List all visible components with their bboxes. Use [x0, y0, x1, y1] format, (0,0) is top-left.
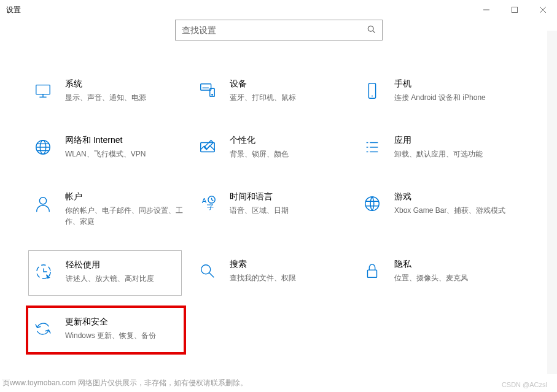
svg-text:A: A: [202, 197, 207, 204]
footer-note: 页www.toymoban.com 网络图片仅供展示，非存储，如有侵权请联系删除…: [2, 378, 247, 388]
tile-title: 系统: [65, 79, 146, 90]
tile-phone[interactable]: 手机连接 Android 设备和 iPhone: [361, 79, 515, 103]
tile-sub: 连接 Android 设备和 iPhone: [394, 92, 486, 103]
watermark: CSDN @ACzsl: [502, 381, 547, 388]
tile-title: 网络和 Internet: [65, 135, 146, 146]
svg-point-14: [372, 96, 373, 97]
person-icon: [32, 193, 54, 215]
svg-line-32: [212, 199, 214, 201]
tile-title: 搜索: [230, 259, 296, 270]
svg-line-5: [373, 31, 375, 33]
globe-icon: [32, 136, 54, 158]
personalization-icon: [197, 136, 219, 158]
tile-accounts[interactable]: 帐户你的帐户、电子邮件、同步设置、工作、家庭: [32, 191, 185, 227]
tile-sub: WLAN、飞行模式、VPN: [65, 148, 146, 159]
tile-sub: Xbox Game Bar、捕获、游戏模式: [394, 205, 505, 216]
svg-point-11: [212, 94, 213, 96]
tile-title: 更新和安全: [65, 317, 156, 328]
tile-system[interactable]: 系统显示、声音、通知、电源: [32, 79, 185, 103]
tile-title: 手机: [394, 79, 486, 90]
category-grid: 系统显示、声音、通知、电源 设备蓝牙、打印机、鼠标 手机连接 Android 设…: [32, 79, 545, 341]
tile-title: 时间和语言: [230, 191, 289, 202]
tile-privacy[interactable]: 隐私位置、摄像头、麦克风: [361, 259, 515, 285]
tile-sub: 蓝牙、打印机、鼠标: [230, 92, 296, 103]
search-icon: [367, 25, 376, 36]
time-language-icon: A字: [197, 193, 219, 215]
tile-title: 个性化: [230, 135, 289, 146]
devices-icon: [197, 80, 219, 102]
ease-of-access-icon: [33, 261, 55, 283]
phone-icon: [361, 80, 383, 102]
settings-home: 系统显示、声音、通知、电源 设备蓝牙、打印机、鼠标 手机连接 Android 设…: [0, 48, 557, 353]
tile-sub: 背景、锁屏、颜色: [230, 148, 289, 159]
tile-apps[interactable]: 应用卸载、默认应用、可选功能: [361, 135, 515, 159]
apps-icon: [361, 136, 383, 158]
tile-gaming[interactable]: 游戏Xbox Game Bar、捕获、游戏模式: [361, 191, 515, 227]
tile-personalization[interactable]: 个性化背景、锁屏、颜色: [197, 135, 350, 159]
tile-title: 帐户: [65, 191, 185, 202]
tile-search[interactable]: 搜索查找我的文件、权限: [197, 259, 350, 285]
tile-sub: 你的帐户、电子邮件、同步设置、工作、家庭: [65, 205, 185, 227]
tile-sub: 语音、区域、日期: [230, 205, 289, 216]
svg-point-27: [39, 198, 46, 204]
tile-update-security[interactable]: 更新和安全Windows 更新、恢复、备份: [26, 306, 186, 355]
minimize-button[interactable]: [472, 0, 501, 20]
tile-network[interactable]: 网络和 InternetWLAN、飞行模式、VPN: [32, 135, 185, 159]
tile-title: 隐私: [394, 259, 468, 270]
svg-line-36: [209, 273, 214, 278]
tile-ease-of-access[interactable]: 轻松使用讲述人、放大镜、高对比度: [28, 250, 182, 296]
scrollbar[interactable]: [547, 31, 557, 374]
close-button[interactable]: [529, 0, 557, 20]
search-category-icon: [197, 260, 219, 282]
svg-text:字: 字: [207, 203, 214, 210]
tile-sub: 位置、摄像头、麦克风: [394, 272, 468, 283]
search-row: [0, 20, 557, 48]
lock-icon: [361, 260, 383, 282]
tile-time-language[interactable]: A字 时间和语言语音、区域、日期: [197, 191, 350, 227]
window-title: 设置: [6, 5, 21, 15]
tile-title: 游戏: [394, 191, 505, 202]
maximize-button[interactable]: [501, 0, 529, 20]
tile-sub: Windows 更新、恢复、备份: [65, 330, 156, 341]
window-controls: [472, 0, 557, 20]
tile-title: 设备: [230, 79, 296, 90]
update-icon: [32, 318, 54, 340]
tile-devices[interactable]: 设备蓝牙、打印机、鼠标: [197, 79, 350, 103]
tile-sub: 卸载、默认应用、可选功能: [394, 148, 483, 159]
tile-title: 应用: [394, 135, 483, 146]
svg-point-35: [201, 265, 211, 274]
gaming-icon: [361, 193, 383, 215]
tile-title: 轻松使用: [66, 259, 154, 271]
tile-sub: 讲述人、放大镜、高对比度: [66, 273, 154, 284]
titlebar: 设置: [0, 0, 557, 20]
system-icon: [32, 80, 54, 102]
tile-sub: 显示、声音、通知、电源: [65, 92, 146, 103]
tile-sub: 查找我的文件、权限: [230, 272, 296, 283]
svg-rect-37: [368, 270, 377, 277]
search-input[interactable]: [182, 25, 367, 35]
search-box[interactable]: [175, 20, 383, 40]
svg-rect-6: [36, 85, 50, 94]
svg-point-33: [365, 197, 380, 211]
svg-rect-1: [512, 7, 518, 13]
svg-point-4: [368, 26, 373, 31]
